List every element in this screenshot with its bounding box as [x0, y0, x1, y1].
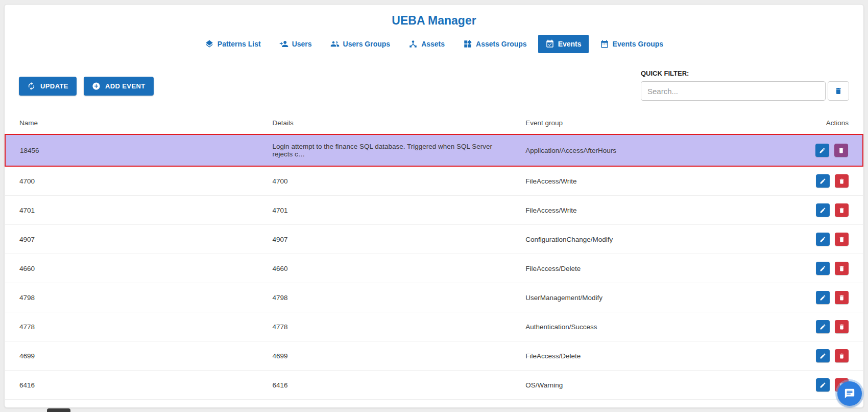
quick-filter: QUICK FILTER:	[641, 70, 849, 101]
event-actions-cell	[777, 341, 863, 371]
edit-button[interactable]	[816, 378, 830, 392]
tab-label: Assets Groups	[476, 40, 527, 48]
table-row[interactable]: 5059 5059 OS/Info	[5, 400, 863, 408]
tab-events[interactable]: Events	[538, 35, 589, 53]
table-row[interactable]: 18456 Login attempt to the finance SQL d…	[5, 134, 863, 166]
edit-button[interactable]	[816, 203, 830, 217]
update-button-label: UPDATE	[40, 82, 68, 90]
event-name-cell: 4778	[5, 312, 258, 341]
column-header-details: Details	[258, 112, 512, 134]
edit-icon	[819, 178, 826, 185]
event-actions-cell	[777, 254, 863, 283]
edit-button[interactable]	[816, 174, 830, 188]
event-details-cell: 4907	[258, 225, 512, 254]
table-row[interactable]: 4701 4701 FileAccess/Write	[5, 196, 863, 225]
edit-icon	[819, 265, 826, 272]
event-available-icon	[545, 39, 554, 49]
event-details-cell: 4660	[258, 254, 512, 283]
tab-label: Users	[292, 40, 312, 48]
tab-assets-groups[interactable]: Assets Groups	[456, 35, 534, 53]
event-actions-cell	[777, 283, 863, 312]
tab-label: Patterns List	[218, 40, 261, 48]
add-event-button[interactable]: ADD EVENT	[84, 77, 154, 96]
event-details-cell: 5059	[258, 400, 512, 408]
edit-icon	[819, 382, 826, 388]
tab-label: Events	[558, 40, 582, 48]
edit-button[interactable]	[816, 349, 830, 362]
edit-icon	[819, 294, 826, 301]
app-title: UEBA Manager	[5, 5, 863, 28]
edit-button[interactable]	[816, 291, 830, 304]
add-event-button-label: ADD EVENT	[105, 82, 146, 90]
events-table: Name Details Event group Actions 18456 L…	[5, 112, 863, 408]
search-input[interactable]	[641, 81, 826, 101]
event-group-cell: Authentication/Success	[511, 312, 777, 341]
tab-users-groups[interactable]: Users Groups	[323, 35, 398, 53]
trash-icon	[838, 265, 845, 272]
event-name-cell: 6416	[5, 371, 258, 400]
edit-button[interactable]	[816, 320, 830, 333]
event-details-cell: Login attempt to the finance SQL databas…	[258, 134, 512, 166]
event-details-cell: 6416	[258, 371, 512, 400]
table-row[interactable]: 4778 4778 Authentication/Success	[5, 312, 863, 341]
person-add-icon	[279, 39, 288, 49]
delete-button[interactable]	[835, 203, 849, 217]
tab-patterns-list[interactable]: Patterns List	[198, 35, 268, 53]
table-row[interactable]: 4699 4699 FileAccess/Delete	[5, 341, 863, 371]
event-details-cell: 4778	[258, 312, 512, 341]
edit-button[interactable]	[816, 407, 830, 408]
delete-button[interactable]	[835, 174, 849, 188]
event-actions-cell	[777, 166, 863, 196]
tab-label: Assets	[421, 40, 445, 48]
table-row[interactable]: 6416 6416 OS/Warning	[5, 371, 863, 400]
trash-icon	[838, 178, 845, 185]
table-row[interactable]: 4700 4700 FileAccess/Write	[5, 166, 863, 196]
update-button[interactable]: UPDATE	[19, 77, 77, 96]
delete-button[interactable]	[835, 320, 849, 333]
edit-button[interactable]	[816, 262, 830, 275]
delete-button[interactable]	[835, 233, 849, 246]
event-group-cell: Application/AccessAfterHours	[511, 134, 777, 166]
event-actions-cell	[777, 312, 863, 341]
bottom-edge-fragment	[47, 408, 70, 412]
edit-icon	[819, 324, 826, 330]
main-card: UEBA Manager Patterns List Users Users G…	[4, 4, 864, 408]
event-details-cell: 4699	[258, 341, 512, 371]
column-header-event-group: Event group	[511, 112, 777, 134]
event-group-cell: OS/Info	[511, 400, 777, 408]
event-actions-cell	[777, 134, 863, 166]
chat-fab[interactable]	[837, 381, 862, 406]
edit-button[interactable]	[815, 144, 829, 157]
delete-button[interactable]	[835, 407, 849, 408]
edit-icon	[819, 147, 826, 154]
table-row[interactable]: 4798 4798 UserManagement/Modify	[5, 283, 863, 312]
delete-button[interactable]	[835, 291, 849, 304]
column-header-actions: Actions	[777, 112, 863, 134]
trash-icon	[838, 294, 845, 301]
layers-icon	[205, 39, 214, 49]
delete-button[interactable]	[834, 144, 848, 157]
tab-events-groups[interactable]: Events Groups	[593, 35, 671, 53]
trash-icon	[838, 236, 845, 243]
device-hub-icon	[408, 39, 418, 49]
column-header-name: Name	[5, 112, 258, 134]
trash-icon	[838, 147, 845, 154]
trash-icon	[834, 87, 842, 95]
edit-icon	[819, 207, 826, 214]
tab-assets[interactable]: Assets	[401, 35, 452, 53]
chat-icon	[844, 388, 855, 399]
table-row[interactable]: 4907 4907 ConfigurationChange/Modify	[5, 225, 863, 254]
event-actions-cell	[777, 196, 863, 225]
clear-filter-button[interactable]	[828, 81, 849, 101]
delete-button[interactable]	[835, 349, 849, 362]
event-name-cell: 4701	[5, 196, 258, 225]
table-row[interactable]: 4660 4660 FileAccess/Delete	[5, 254, 863, 283]
quick-filter-row	[641, 81, 849, 101]
event-name-cell: 4700	[5, 166, 258, 196]
event-details-cell: 4701	[258, 196, 512, 225]
event-details-cell: 4798	[258, 283, 512, 312]
tab-users[interactable]: Users	[272, 35, 319, 53]
edit-button[interactable]	[816, 233, 830, 246]
event-group-cell: UserManagement/Modify	[511, 283, 777, 312]
delete-button[interactable]	[835, 262, 849, 275]
